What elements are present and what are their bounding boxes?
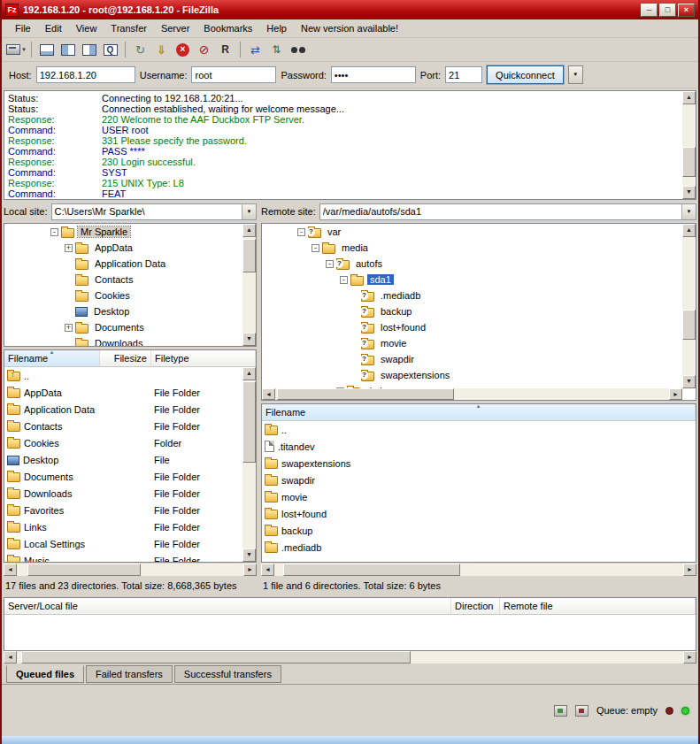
remote-tree-item[interactable]: lost+found xyxy=(262,319,696,335)
remote-file-row[interactable]: swapdir xyxy=(262,472,696,488)
remote-file-row[interactable]: movie xyxy=(262,488,696,505)
scroll-thumb[interactable] xyxy=(21,651,411,663)
synchronized-browsing-button[interactable]: ⇅ xyxy=(266,40,287,59)
close-button[interactable] xyxy=(678,4,695,17)
scroll-thumb[interactable] xyxy=(682,310,696,340)
scroll-left-icon[interactable]: ◄ xyxy=(4,651,17,663)
toggle-local-tree-button[interactable] xyxy=(58,40,78,59)
remote-list-hscrollbar[interactable]: ◄ ► xyxy=(261,564,696,576)
toggle-remote-tree-button[interactable] xyxy=(79,40,99,59)
password-input[interactable] xyxy=(331,66,416,83)
local-file-row[interactable]: Contacts File Folder xyxy=(4,418,256,434)
remote-tree-item[interactable]: movie xyxy=(262,335,696,351)
remote-tree-item[interactable]: media xyxy=(262,240,696,256)
scroll-up-icon[interactable]: ▲ xyxy=(682,224,696,237)
remote-tree-item[interactable]: swapextensions xyxy=(262,367,696,383)
local-file-row[interactable]: Documents File Folder xyxy=(4,468,256,485)
minimize-button[interactable] xyxy=(641,4,658,17)
scroll-down-icon[interactable]: ▼ xyxy=(242,548,256,562)
menu-edit[interactable]: Edit xyxy=(39,21,68,35)
tab-successful-transfers[interactable]: Successful transfers xyxy=(174,665,281,683)
menu-help[interactable]: Help xyxy=(260,21,293,35)
remote-file-row[interactable]: .titandev xyxy=(262,438,696,455)
local-tree-item[interactable]: Desktop xyxy=(4,303,256,319)
scroll-thumb[interactable] xyxy=(27,564,141,576)
toggle-message-log-button[interactable] xyxy=(36,40,57,59)
queue-body[interactable] xyxy=(4,615,696,650)
chevron-down-icon[interactable]: ▼ xyxy=(242,204,256,219)
menu-new-version[interactable]: New version available! xyxy=(295,21,404,35)
remote-file-row[interactable]: .. xyxy=(262,421,696,438)
queue-hscrollbar[interactable]: ◄ ► xyxy=(4,651,696,663)
local-tree-item[interactable]: Downloads xyxy=(4,335,256,347)
remote-tree-item[interactable]: swapdir xyxy=(262,351,696,367)
local-tree-item[interactable]: Contacts xyxy=(4,272,256,288)
expand-icon[interactable] xyxy=(65,244,73,252)
local-file-row[interactable]: Cookies Folder xyxy=(4,434,256,451)
column-header-filetype[interactable]: Filetype xyxy=(151,350,256,366)
column-header-remote-file[interactable]: Remote file xyxy=(500,598,696,614)
menu-file[interactable]: File xyxy=(9,21,37,35)
scroll-left-icon[interactable]: ◄ xyxy=(262,388,275,400)
log-scrollbar[interactable]: ▲ ▼ xyxy=(682,91,696,199)
column-header-filename[interactable]: Filename xyxy=(262,404,696,420)
host-input[interactable] xyxy=(36,66,135,83)
find-files-button[interactable] xyxy=(288,40,308,59)
chevron-down-icon[interactable]: ▼ xyxy=(681,204,696,219)
collapse-icon[interactable] xyxy=(326,260,334,268)
remote-tree-scrollbar[interactable]: ▲ ▼ xyxy=(682,224,696,388)
process-queue-button[interactable]: ⇓ xyxy=(151,40,172,59)
scroll-left-icon[interactable]: ◄ xyxy=(261,564,274,576)
local-file-row[interactable]: AppData File Folder xyxy=(4,384,256,401)
directory-comparison-button[interactable]: ⇄ xyxy=(245,40,265,59)
scroll-right-icon[interactable]: ► xyxy=(683,564,696,576)
remote-tree-item[interactable]: var xyxy=(262,224,696,240)
scroll-up-icon[interactable]: ▲ xyxy=(242,224,256,237)
scroll-thumb[interactable] xyxy=(283,564,460,576)
local-file-row[interactable]: .. xyxy=(4,367,256,384)
remote-file-row[interactable]: .mediadb xyxy=(262,539,696,556)
scroll-thumb[interactable] xyxy=(277,388,454,400)
quickconnect-dropdown-button[interactable]: ▼ xyxy=(568,65,583,84)
tab-queued-files[interactable]: Queued files xyxy=(6,665,84,683)
collapse-icon[interactable] xyxy=(50,228,58,236)
scroll-down-icon[interactable]: ▼ xyxy=(682,186,696,199)
sync-browsing-toggle-icon[interactable] xyxy=(575,705,588,717)
local-file-row[interactable]: Links File Folder xyxy=(4,518,256,535)
local-list-scrollbar[interactable]: ▲ ▼ xyxy=(242,367,256,562)
remote-site-combo[interactable]: ▼ xyxy=(319,203,696,220)
local-site-input[interactable] xyxy=(52,205,242,219)
remote-file-row[interactable]: lost+found xyxy=(262,505,696,522)
remote-tree-item[interactable]: autofs xyxy=(262,256,696,272)
menu-server[interactable]: Server xyxy=(155,21,196,35)
username-input[interactable] xyxy=(191,66,276,83)
local-file-row[interactable]: Application Data File Folder xyxy=(4,401,256,418)
column-header-filesize[interactable]: Filesize xyxy=(100,350,151,366)
column-header-server-local-file[interactable]: Server/Local file xyxy=(4,598,451,614)
remote-tree-item[interactable]: .mediadb xyxy=(262,288,696,303)
local-file-row[interactable]: Desktop File xyxy=(4,451,256,468)
scroll-right-icon[interactable]: ► xyxy=(683,651,696,663)
local-file-row[interactable]: Music File Folder xyxy=(4,552,256,562)
remote-tree-item[interactable]: backup xyxy=(262,303,696,319)
local-list-hscrollbar[interactable]: ◄ ► xyxy=(4,564,257,576)
cancel-button[interactable]: × xyxy=(173,40,193,59)
local-tree-item[interactable]: Documents xyxy=(4,319,256,335)
local-tree-scrollbar[interactable]: ▲ ▼ xyxy=(242,224,256,346)
port-input[interactable] xyxy=(445,66,482,83)
local-tree-item[interactable]: Application Data xyxy=(4,256,256,272)
maximize-button[interactable] xyxy=(659,4,676,17)
local-tree-item[interactable]: Cookies xyxy=(4,288,256,303)
scroll-right-icon[interactable]: ► xyxy=(669,388,682,400)
scroll-right-icon[interactable]: ► xyxy=(243,564,257,576)
remote-tree-hscrollbar[interactable]: ◄ ► xyxy=(262,388,682,400)
refresh-button[interactable]: ↻ xyxy=(130,40,150,59)
quickconnect-button[interactable]: Quickconnect xyxy=(487,65,564,84)
local-tree-item[interactable]: Mr Sparkle xyxy=(4,224,256,240)
remote-site-input[interactable] xyxy=(320,205,681,219)
local-file-row[interactable]: Downloads File Folder xyxy=(4,485,256,502)
column-header-direction[interactable]: Direction xyxy=(451,598,500,614)
scroll-down-icon[interactable]: ▼ xyxy=(242,333,256,346)
directory-comparison-toggle-icon[interactable] xyxy=(554,705,567,717)
local-file-row[interactable]: Favorites File Folder xyxy=(4,502,256,518)
